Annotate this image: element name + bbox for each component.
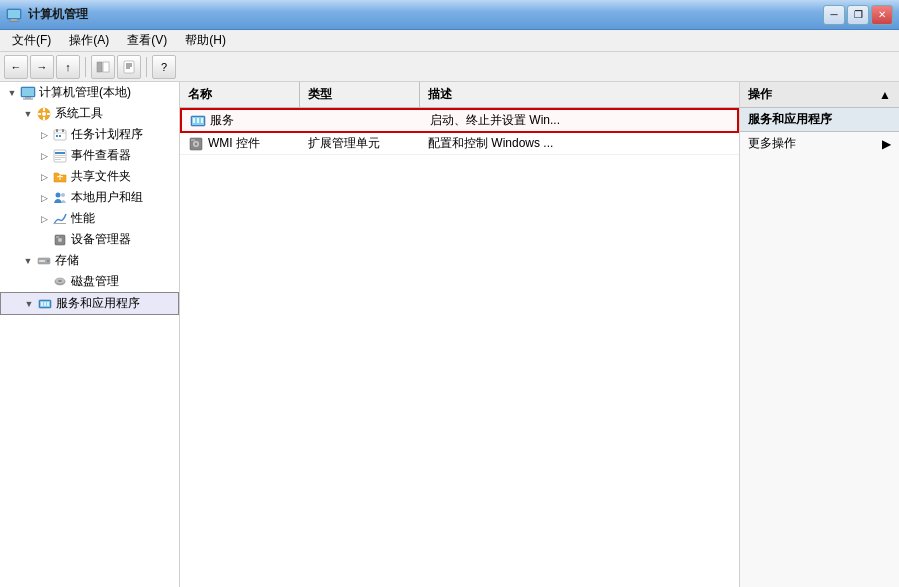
expand-system-tools[interactable]: ▼: [20, 106, 36, 122]
svg-rect-29: [55, 157, 65, 158]
toolbar-separator: [85, 57, 86, 77]
svg-rect-5: [103, 62, 109, 72]
expand-device-manager[interactable]: [36, 232, 52, 248]
center-panel: 名称 类型 描述 服务 启动、终止并设置 Win...: [180, 82, 739, 587]
forward-button[interactable]: →: [30, 55, 54, 79]
app-icon: [6, 7, 22, 23]
expand-performance[interactable]: ▷: [36, 211, 52, 227]
col-name[interactable]: 名称: [180, 82, 300, 107]
shared-folders-label: 共享文件夹: [71, 168, 131, 185]
svg-rect-28: [55, 155, 65, 156]
svg-rect-17: [43, 117, 45, 120]
svg-rect-25: [59, 135, 61, 137]
disk-manager-label: 磁盘管理: [71, 273, 119, 290]
disk-manager-icon: [52, 274, 68, 290]
list-row-services[interactable]: 服务 启动、终止并设置 Win...: [180, 108, 739, 133]
cell-services-type: [302, 119, 422, 123]
expand-disk-manager[interactable]: [36, 274, 52, 290]
tree-root[interactable]: ▼ 计算机管理(本地): [0, 82, 179, 103]
tree-device-manager[interactable]: 设备管理器: [0, 229, 179, 250]
window-controls[interactable]: ─ ❐ ✕: [823, 5, 893, 25]
cell-wmi-desc: 配置和控制 Windows ...: [420, 133, 739, 154]
more-actions-label: 更多操作: [748, 135, 796, 152]
menu-item-2[interactable]: 查看(V): [119, 30, 175, 51]
collapse-icon[interactable]: ▲: [879, 88, 891, 102]
svg-rect-37: [56, 236, 59, 238]
shared-folders-icon: [52, 169, 68, 185]
properties-button[interactable]: [117, 55, 141, 79]
menu-item-1[interactable]: 操作(A): [61, 30, 117, 51]
col-type[interactable]: 类型: [300, 82, 420, 107]
main-layout: ▼ 计算机管理(本地) ▼: [0, 82, 899, 587]
svg-rect-18: [38, 113, 41, 115]
minimize-button[interactable]: ─: [823, 5, 845, 25]
window-title: 计算机管理: [28, 6, 88, 23]
svg-rect-48: [47, 302, 49, 306]
tree-performance[interactable]: ▷ 性能: [0, 208, 179, 229]
expand-event-viewer[interactable]: ▷: [36, 148, 52, 164]
svg-rect-46: [41, 302, 43, 306]
title-bar-left: 计算机管理: [6, 6, 88, 23]
svg-rect-53: [201, 118, 203, 123]
performance-icon: [52, 211, 68, 227]
svg-rect-30: [55, 159, 61, 160]
back-button[interactable]: ←: [4, 55, 28, 79]
svg-rect-4: [97, 62, 102, 72]
storage-icon: [36, 253, 52, 269]
tree-system-tools[interactable]: ▼ 系统工具: [0, 103, 179, 124]
menu-bar: 文件(F)操作(A)查看(V)帮助(H): [0, 30, 899, 52]
tree-local-users[interactable]: ▷ 本地用户和组: [0, 187, 179, 208]
up-button[interactable]: ↑: [56, 55, 80, 79]
svg-point-32: [56, 192, 61, 197]
expand-shared-folders[interactable]: ▷: [36, 169, 52, 185]
cell-wmi-type: 扩展管理单元: [300, 133, 420, 154]
svg-rect-13: [23, 98, 33, 99]
svg-point-39: [47, 260, 49, 262]
left-panel: ▼ 计算机管理(本地) ▼: [0, 82, 180, 587]
menu-item-3[interactable]: 帮助(H): [177, 30, 234, 51]
event-viewer-icon: [52, 148, 68, 164]
svg-point-33: [61, 193, 65, 197]
tree-services-apps[interactable]: ▼ 服务和应用程序: [0, 292, 179, 315]
svg-point-36: [58, 238, 62, 242]
actions-header: 操作 ▲: [740, 82, 899, 108]
svg-point-56: [195, 142, 198, 145]
tree-event-viewer[interactable]: ▷ 事件查看器: [0, 145, 179, 166]
svg-rect-51: [193, 118, 195, 123]
right-panel: 操作 ▲ 服务和应用程序 更多操作 ▶: [739, 82, 899, 587]
expand-task-scheduler[interactable]: ▷: [36, 127, 52, 143]
expand-storage[interactable]: ▼: [20, 253, 36, 269]
svg-rect-12: [25, 97, 31, 99]
services-apps-action-label: 服务和应用程序: [748, 111, 832, 128]
services-apps-icon: [37, 296, 53, 312]
restore-button[interactable]: ❐: [847, 5, 869, 25]
svg-rect-27: [55, 152, 65, 154]
col-description[interactable]: 描述: [420, 82, 739, 107]
close-button[interactable]: ✕: [871, 5, 893, 25]
system-tools-label: 系统工具: [55, 105, 103, 122]
tree-shared-folders[interactable]: ▷ 共享文件夹: [0, 166, 179, 187]
svg-rect-1: [8, 10, 20, 18]
expand-services-apps[interactable]: ▼: [21, 296, 37, 312]
list-row-wmi[interactable]: WMI 控件 扩展管理单元 配置和控制 Windows ...: [180, 133, 739, 155]
cell-services-desc: 启动、终止并设置 Win...: [422, 110, 737, 131]
tree-task-scheduler[interactable]: ▷ 任务计划程序: [0, 124, 179, 145]
task-scheduler-label: 任务计划程序: [71, 126, 143, 143]
svg-rect-40: [39, 260, 45, 262]
show-hide-button[interactable]: [91, 55, 115, 79]
storage-label: 存储: [55, 252, 79, 269]
more-actions-button[interactable]: 更多操作 ▶: [740, 132, 899, 155]
tree-storage[interactable]: ▼ 存储: [0, 250, 179, 271]
cell-wmi-name: WMI 控件: [180, 133, 300, 154]
system-tools-icon: [36, 106, 52, 122]
expand-root[interactable]: ▼: [4, 85, 20, 101]
menu-item-0[interactable]: 文件(F): [4, 30, 59, 51]
device-manager-label: 设备管理器: [71, 231, 131, 248]
expand-local-users[interactable]: ▷: [36, 190, 52, 206]
event-viewer-label: 事件查看器: [71, 147, 131, 164]
help-button[interactable]: ?: [152, 55, 176, 79]
svg-rect-19: [47, 113, 50, 115]
svg-rect-3: [9, 21, 19, 22]
tree-disk-manager[interactable]: 磁盘管理: [0, 271, 179, 292]
device-manager-icon: [52, 232, 68, 248]
